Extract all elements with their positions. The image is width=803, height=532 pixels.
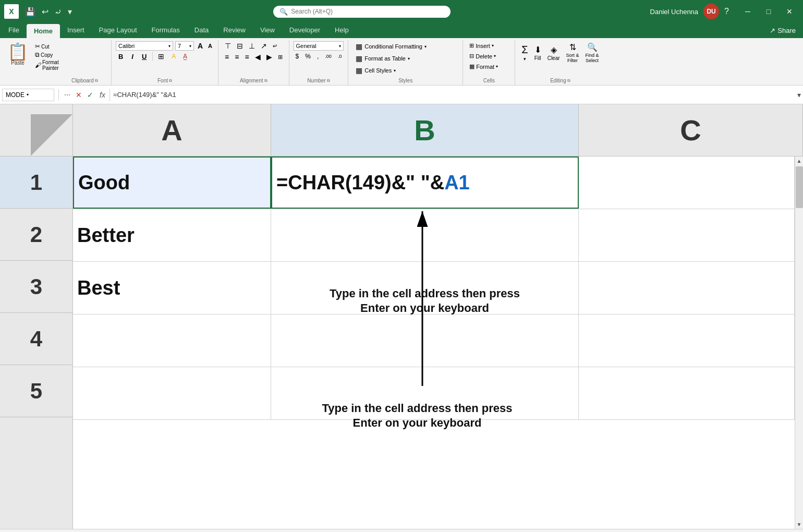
- increase-decimal-button[interactable]: .00: [323, 53, 334, 59]
- cell-c4[interactable]: [579, 315, 795, 367]
- column-header-b[interactable]: B: [271, 104, 579, 156]
- tab-home[interactable]: Home: [27, 24, 60, 38]
- number-format-dropdown[interactable]: General ▾: [294, 41, 344, 51]
- border-button[interactable]: ⊞: [156, 52, 166, 61]
- wrap-text-button[interactable]: ↵: [271, 42, 279, 50]
- comma-button[interactable]: ,: [315, 52, 321, 61]
- search-box[interactable]: 🔍: [273, 6, 451, 18]
- tab-page-layout[interactable]: Page Layout: [92, 23, 144, 38]
- orientation-button[interactable]: ↗: [259, 41, 269, 51]
- italic-button[interactable]: I: [129, 52, 136, 61]
- tab-formulas[interactable]: Formulas: [144, 23, 187, 38]
- cell-a3[interactable]: Best: [73, 262, 271, 314]
- row-header-4[interactable]: 4: [0, 313, 72, 365]
- currency-button[interactable]: $: [294, 52, 301, 61]
- paste-button[interactable]: 📋 Paste: [4, 42, 31, 67]
- format-painter-button[interactable]: 🖌 Format Painter: [33, 59, 60, 71]
- sort-filter-button[interactable]: ⇅ Sort &Filter: [564, 41, 581, 64]
- cell-b4[interactable]: [271, 315, 579, 367]
- name-box[interactable]: MODE ▾: [2, 89, 54, 101]
- corner-cell[interactable]: [0, 104, 73, 156]
- minimize-button[interactable]: ─: [738, 4, 757, 19]
- delete-button[interactable]: ⊟ Delete ▾: [467, 52, 498, 61]
- format-as-table-button[interactable]: ▦ Format as Table ▾: [352, 53, 413, 64]
- clipboard-expand-icon[interactable]: ⧉: [95, 78, 98, 83]
- cell-a1[interactable]: Good: [73, 156, 271, 209]
- merge-center-button[interactable]: ⊞: [276, 53, 285, 61]
- align-middle-button[interactable]: ⊟: [235, 41, 245, 51]
- editing-expand-icon[interactable]: ⧉: [567, 78, 570, 83]
- column-header-a[interactable]: A: [73, 104, 271, 156]
- redo-button[interactable]: ⤾: [53, 6, 64, 18]
- cell-c3[interactable]: [579, 262, 795, 314]
- copy-button[interactable]: ⧉ Copy: [33, 51, 60, 59]
- row-header-3[interactable]: 3: [0, 261, 72, 313]
- cancel-button[interactable]: ✕: [74, 90, 84, 100]
- cell-a5[interactable]: [73, 367, 271, 419]
- align-top-button[interactable]: ⊤: [223, 41, 233, 51]
- cell-b1[interactable]: =CHAR(149)&" "&A1: [271, 156, 579, 209]
- cell-c1[interactable]: [579, 156, 795, 209]
- align-bottom-button[interactable]: ⊥: [247, 41, 257, 51]
- scroll-thumb[interactable]: [796, 166, 803, 208]
- scroll-down-arrow[interactable]: ▼: [795, 520, 803, 529]
- font-name-dropdown[interactable]: Calibri ▾: [116, 41, 173, 51]
- help-icon[interactable]: ?: [724, 7, 729, 16]
- tab-data[interactable]: Data: [187, 23, 216, 38]
- align-left-button[interactable]: ≡: [223, 52, 231, 62]
- fill-color-button[interactable]: A: [169, 52, 178, 61]
- fill-button[interactable]: ⬇ Fill: [532, 44, 543, 62]
- cut-button[interactable]: ✂ Cut: [33, 42, 60, 51]
- bold-button[interactable]: B: [116, 52, 126, 61]
- cell-b2[interactable]: [271, 209, 579, 261]
- cell-a4[interactable]: [73, 315, 271, 367]
- share-button[interactable]: ↗ Share: [762, 23, 803, 38]
- insert-button[interactable]: ⊞ Insert ▾: [467, 41, 496, 50]
- formula-display[interactable]: =CHAR(149)&" "&A1: [110, 89, 795, 101]
- save-button[interactable]: 💾: [23, 6, 38, 18]
- row-header-2[interactable]: 2: [0, 209, 72, 261]
- tab-file[interactable]: File: [1, 23, 27, 38]
- conditional-formatting-button[interactable]: ▦ Conditional Formatting ▾: [352, 41, 430, 52]
- tab-help[interactable]: Help: [327, 23, 356, 38]
- customize-qa-button[interactable]: ▾: [66, 6, 74, 18]
- number-expand-icon[interactable]: ⧉: [327, 78, 330, 83]
- tab-insert[interactable]: Insert: [60, 23, 92, 38]
- decrease-font-size-button[interactable]: A: [206, 42, 214, 50]
- confirm-button[interactable]: ✓: [85, 90, 95, 100]
- autosum-button[interactable]: Σ ▾: [519, 43, 530, 63]
- cell-b5[interactable]: [271, 367, 579, 419]
- font-size-dropdown[interactable]: 7 ▾: [175, 41, 194, 51]
- close-button[interactable]: ✕: [780, 4, 799, 19]
- underline-button[interactable]: U: [139, 52, 149, 61]
- percent-button[interactable]: %: [303, 52, 313, 61]
- tab-view[interactable]: View: [253, 23, 282, 38]
- restore-button[interactable]: □: [759, 4, 778, 19]
- align-right-button[interactable]: ≡: [242, 52, 251, 62]
- cell-c2[interactable]: [579, 209, 795, 261]
- find-select-button[interactable]: 🔍 Find &Select: [583, 41, 601, 64]
- increase-indent-button[interactable]: ▶: [264, 52, 274, 62]
- cell-a2[interactable]: Better: [73, 209, 271, 261]
- increase-font-size-button[interactable]: A: [196, 41, 204, 51]
- search-input[interactable]: [291, 8, 444, 15]
- tab-developer[interactable]: Developer: [282, 23, 327, 38]
- alignment-expand-icon[interactable]: ⧉: [264, 78, 267, 83]
- undo-button[interactable]: ↩: [40, 6, 51, 18]
- cell-styles-button[interactable]: ▦ Cell Styles ▾: [352, 65, 399, 76]
- more-functions-icon[interactable]: ⋯: [63, 91, 71, 99]
- row-header-1[interactable]: 1: [0, 156, 72, 209]
- column-header-c[interactable]: C: [579, 104, 803, 156]
- cell-b3[interactable]: Type in the cell address then press Ente…: [271, 262, 579, 314]
- tab-review[interactable]: Review: [216, 23, 253, 38]
- font-expand-icon[interactable]: ⧉: [169, 78, 172, 83]
- format-button[interactable]: ▦ Format ▾: [467, 62, 500, 71]
- font-color-button[interactable]: A̲: [181, 52, 189, 61]
- scroll-up-arrow[interactable]: ▲: [795, 156, 803, 165]
- clear-button[interactable]: ◈ Clear: [545, 44, 562, 62]
- vertical-scrollbar[interactable]: ▲ ▼: [795, 156, 803, 529]
- decrease-decimal-button[interactable]: .0: [336, 53, 344, 59]
- align-center-button[interactable]: ≡: [233, 52, 241, 62]
- cell-c5[interactable]: [579, 367, 795, 419]
- row-header-5[interactable]: 5: [0, 365, 72, 417]
